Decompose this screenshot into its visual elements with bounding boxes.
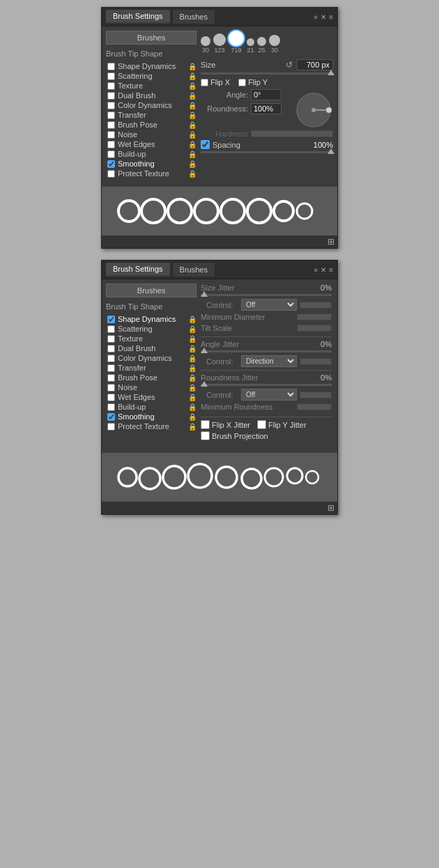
preset-719[interactable]: 719 [229, 31, 244, 54]
flip-y-checkbox[interactable] [238, 79, 246, 86]
refresh-icon[interactable]: ↺ [286, 60, 293, 70]
control3-select[interactable]: Off Fade Pen Pressure Direction [241, 389, 297, 401]
preset-30b[interactable]: 30 [269, 35, 280, 54]
checkbox-protect-texture-2[interactable] [107, 423, 115, 431]
tab-brush-settings-1[interactable]: Brush Settings [106, 10, 170, 24]
checkbox-noise-2[interactable] [107, 384, 115, 392]
checkbox-brush-pose[interactable] [107, 121, 115, 129]
collapse-icon-1[interactable]: « [314, 13, 318, 21]
checkbox-texture[interactable] [107, 82, 115, 90]
flip-x-item: Flip X [201, 78, 230, 86]
sidebar-item-build-up: Build-up 🔒 [106, 149, 197, 159]
lock-icon-smoothing[interactable]: 🔒 [188, 160, 197, 168]
lock-icon-wet-edges-2[interactable]: 🔒 [188, 394, 197, 401]
angle-jitter-slider[interactable] [201, 350, 332, 352]
preset-30[interactable]: 30 [201, 36, 210, 54]
collapse-icon-2[interactable]: « [314, 266, 318, 274]
size-slider[interactable] [201, 72, 333, 75]
brushes-button-1[interactable]: Brushes [106, 31, 197, 45]
add-icon-1[interactable]: ⊞ [328, 237, 334, 247]
checkbox-scattering-2[interactable] [107, 325, 115, 333]
lock-icon-brush-pose-2[interactable]: 🔒 [188, 374, 197, 382]
tab-brushes-1[interactable]: Brushes [173, 10, 215, 24]
close-icon-2[interactable]: ✕ [321, 266, 326, 274]
lock-icon-wet-edges[interactable]: 🔒 [188, 141, 197, 148]
tab-brush-settings-2[interactable]: Brush Settings [106, 263, 170, 277]
checkbox-transfer-2[interactable] [107, 364, 115, 372]
preset-123[interactable]: 123 [213, 33, 226, 54]
size-input[interactable] [297, 59, 333, 70]
checkbox-color-dynamics[interactable] [107, 102, 115, 109]
checkbox-smoothing-2[interactable] [107, 413, 115, 421]
angle-widget[interactable] [294, 91, 333, 130]
lock-icon-scattering-2[interactable]: 🔒 [188, 325, 197, 333]
lock-icon-scattering[interactable]: 🔒 [188, 72, 197, 80]
sidebar-item-color-dynamics: Color Dynamics 🔒 [106, 100, 197, 110]
size-jitter-slider[interactable] [201, 294, 332, 296]
lock-icon-protect-texture[interactable]: 🔒 [188, 170, 197, 178]
checkbox-color-dynamics-2[interactable] [107, 355, 115, 362]
svg-point-16 [213, 464, 240, 490]
lock-icon-shape-dynamics[interactable]: 🔒 [188, 63, 197, 70]
checkbox-transfer[interactable] [107, 111, 115, 119]
checkbox-dual-brush-2[interactable] [107, 345, 115, 352]
checkbox-wet-edges[interactable] [107, 141, 115, 148]
lock-icon-dual-brush-2[interactable]: 🔒 [188, 345, 197, 352]
checkbox-wet-edges-2[interactable] [107, 394, 115, 401]
checkbox-scattering[interactable] [107, 72, 115, 80]
lock-icon-texture[interactable]: 🔒 [188, 82, 197, 90]
checkbox-shape-dynamics-2[interactable] [107, 316, 115, 323]
checkbox-noise[interactable] [107, 131, 115, 139]
lock-icon-smoothing-2[interactable]: 🔒 [188, 413, 197, 421]
tab-brushes-2[interactable]: Brushes [173, 263, 215, 277]
control2-select[interactable]: Off Fade Pen Pressure Pen Tilt Stylus Wh… [241, 355, 297, 367]
lock-icon-transfer[interactable]: 🔒 [188, 111, 197, 119]
checkbox-protect-texture[interactable] [107, 170, 115, 178]
brushes-button-2[interactable]: Brushes [106, 284, 197, 297]
checkbox-dual-brush[interactable] [107, 92, 115, 100]
preview-area-2 [102, 453, 337, 502]
preset-25[interactable]: 25 [257, 37, 266, 54]
panel-footer-1: ⊞ [102, 235, 337, 248]
flip-y-jitter-checkbox[interactable] [257, 420, 266, 429]
lock-icon-build-up-2[interactable]: 🔒 [188, 403, 197, 411]
lock-icon-dual-brush[interactable]: 🔒 [188, 92, 197, 100]
lock-icon-build-up[interactable]: 🔒 [188, 150, 197, 158]
sidebar-1: Brushes Brush Tip Shape Shape Dynamics 🔒… [106, 31, 197, 178]
checkbox-texture-2[interactable] [107, 335, 115, 343]
close-icon-1[interactable]: ✕ [321, 13, 326, 21]
roundness-input[interactable] [251, 103, 282, 114]
lock-icon-protect-texture-2[interactable]: 🔒 [188, 423, 197, 431]
lock-icon-noise[interactable]: 🔒 [188, 131, 197, 139]
menu-icon-1[interactable]: ≡ [329, 13, 333, 21]
menu-icon-2[interactable]: ≡ [329, 266, 333, 274]
roundness-jitter-slider[interactable] [201, 384, 332, 386]
checkbox-brush-pose-2[interactable] [107, 374, 115, 382]
flip-x-checkbox[interactable] [201, 79, 208, 86]
brush-projection-checkbox[interactable] [201, 431, 210, 440]
lock-icon-color-dynamics[interactable]: 🔒 [188, 102, 197, 109]
angle-input[interactable] [251, 89, 282, 100]
preset-21[interactable]: 21 [247, 38, 254, 54]
lock-icon-noise-2[interactable]: 🔒 [188, 384, 197, 392]
label-shape-dynamics: Shape Dynamics [118, 62, 176, 70]
sidebar-item-dual-brush: Dual Brush 🔒 [106, 91, 197, 100]
lock-icon-shape-dynamics-2[interactable]: 🔒 [188, 316, 197, 323]
add-icon-2[interactable]: ⊞ [328, 503, 334, 513]
checkbox-shape-dynamics[interactable] [107, 63, 115, 70]
control1-select[interactable]: Off Fade Pen Pressure Pen Tilt Stylus Wh… [241, 299, 297, 311]
hardness-bar[interactable] [251, 130, 333, 137]
checkbox-build-up-2[interactable] [107, 403, 115, 411]
sidebar-item-shape-dynamics-2: Shape Dynamics 🔒 [106, 314, 197, 324]
control1-label: Control: [206, 301, 238, 309]
lock-icon-texture-2[interactable]: 🔒 [188, 335, 197, 343]
flip-x-jitter-checkbox[interactable] [201, 420, 210, 429]
lock-icon-transfer-2[interactable]: 🔒 [188, 364, 197, 372]
panel-tabs-1: Brush Settings Brushes [106, 10, 215, 24]
checkbox-smoothing[interactable] [107, 160, 115, 168]
lock-icon-brush-pose[interactable]: 🔒 [188, 121, 197, 129]
checkbox-build-up[interactable] [107, 150, 115, 158]
spacing-slider[interactable] [201, 151, 333, 153]
lock-icon-color-dynamics-2[interactable]: 🔒 [188, 355, 197, 362]
spacing-checkbox[interactable] [201, 140, 210, 149]
